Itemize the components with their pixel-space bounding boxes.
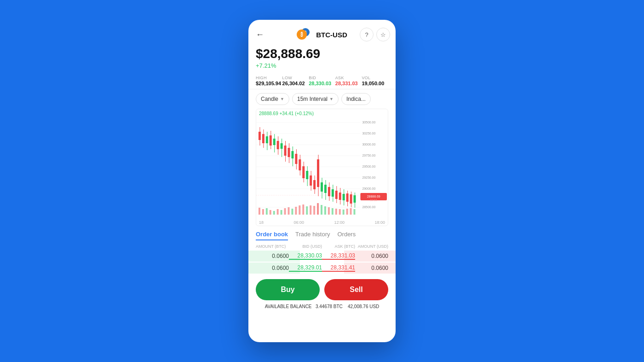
interval-chevron-icon: ▼ xyxy=(329,97,334,101)
svg-rect-98 xyxy=(343,210,345,215)
price-section: $28,888.69 +7.21% xyxy=(248,45,396,73)
svg-rect-82 xyxy=(284,208,286,215)
svg-rect-19 xyxy=(259,132,261,140)
interval-dropdown[interactable]: 15m Interval ▼ xyxy=(292,93,339,105)
buy-button[interactable]: Buy xyxy=(256,279,320,300)
svg-rect-21 xyxy=(262,134,264,143)
svg-rect-37 xyxy=(291,151,293,158)
svg-rect-63 xyxy=(339,193,341,200)
svg-rect-94 xyxy=(328,207,330,215)
svg-text:28888.69: 28888.69 xyxy=(367,195,380,198)
svg-rect-80 xyxy=(277,209,279,215)
indicators-dropdown[interactable]: Indica... xyxy=(341,93,371,105)
col-amount-usd: AMOUNT (USD) xyxy=(355,244,388,249)
svg-text:30000.00: 30000.00 xyxy=(362,143,375,146)
svg-text:29000.00: 29000.00 xyxy=(362,187,375,190)
svg-rect-101 xyxy=(354,209,356,215)
order-tabs: Order book Trade history Orders xyxy=(248,226,396,242)
svg-rect-61 xyxy=(335,191,338,199)
pair-name: BTC-USD xyxy=(316,31,347,39)
svg-rect-93 xyxy=(324,206,326,215)
svg-rect-78 xyxy=(270,210,271,215)
order-book-row: 0.0600 28,329.01 28,331.41 0.0600 xyxy=(248,263,396,274)
svg-rect-51 xyxy=(317,159,319,187)
svg-rect-35 xyxy=(288,148,290,157)
ask-bar xyxy=(344,251,396,262)
svg-rect-33 xyxy=(284,146,287,156)
svg-rect-100 xyxy=(350,208,352,215)
ask-bar xyxy=(344,263,396,274)
help-button[interactable]: ? xyxy=(360,28,374,41)
svg-rect-77 xyxy=(266,208,268,215)
svg-text:30500.00: 30500.00 xyxy=(362,121,375,124)
candlestick-chart: 30500.00 30250.00 30000.00 29750.00 2950… xyxy=(256,118,388,219)
svg-text:30250.00: 30250.00 xyxy=(362,132,375,135)
svg-text:28500.00: 28500.00 xyxy=(362,205,375,209)
svg-rect-76 xyxy=(262,209,264,215)
svg-rect-55 xyxy=(324,185,327,193)
balance-label: AVAILABLE BALANCE xyxy=(265,304,312,309)
svg-rect-91 xyxy=(317,203,319,215)
back-button[interactable]: ← xyxy=(256,30,264,40)
svg-rect-79 xyxy=(273,211,275,215)
svg-rect-88 xyxy=(306,206,308,215)
stat-high: HIGH $29,105.94 xyxy=(256,76,282,86)
svg-rect-71 xyxy=(354,195,356,203)
svg-rect-87 xyxy=(302,204,304,215)
pair-info: ₿ $ BTC-USD xyxy=(297,28,347,41)
svg-rect-39 xyxy=(295,154,297,164)
candle-chevron-icon: ▼ xyxy=(280,97,284,101)
svg-rect-75 xyxy=(259,208,260,215)
svg-rect-83 xyxy=(288,207,290,215)
phone-card: ← ₿ $ BTC-USD ? ☆ $28,888.69 +7.21% HIGH… xyxy=(248,20,396,342)
svg-rect-27 xyxy=(273,139,276,145)
sell-button[interactable]: Sell xyxy=(324,279,388,300)
tab-order-book[interactable]: Order book xyxy=(256,231,288,240)
svg-rect-90 xyxy=(313,206,315,215)
svg-rect-45 xyxy=(306,171,308,179)
col-ask: ASK (BTC) xyxy=(322,244,355,249)
tab-trade-history[interactable]: Trade history xyxy=(295,231,330,240)
svg-rect-47 xyxy=(310,175,312,186)
svg-rect-69 xyxy=(350,194,352,204)
svg-text:29500.00: 29500.00 xyxy=(362,165,375,168)
svg-rect-25 xyxy=(270,135,272,146)
favorite-button[interactable]: ☆ xyxy=(376,28,390,41)
svg-rect-65 xyxy=(343,194,345,200)
svg-rect-53 xyxy=(321,182,323,192)
svg-rect-86 xyxy=(299,205,300,215)
pair-icon: ₿ $ xyxy=(297,28,310,41)
svg-text:04:04: 04:04 xyxy=(370,199,378,202)
svg-text:29750.00: 29750.00 xyxy=(362,154,375,157)
svg-rect-89 xyxy=(310,205,311,215)
tab-orders[interactable]: Orders xyxy=(337,231,356,240)
svg-rect-29 xyxy=(277,141,279,149)
price-change: +7.21% xyxy=(256,62,388,69)
main-price: $28,888.69 xyxy=(256,47,388,61)
svg-rect-95 xyxy=(332,208,334,215)
stat-low: LOW 26,304.02 xyxy=(282,76,309,86)
stat-ask: ASK 28,331.03 xyxy=(335,76,362,86)
header: ← ₿ $ BTC-USD ? ☆ xyxy=(248,20,396,45)
col-bid: BID (USD) xyxy=(289,244,322,249)
bid-bar xyxy=(248,251,300,262)
svg-rect-41 xyxy=(299,159,301,170)
order-book-row: 0.0600 28,330.03 28,331.03 0.0600 xyxy=(248,251,396,262)
chart-area: 28888.69 +34.41 (+0.12%) 30500.00 30250.… xyxy=(256,109,388,226)
chart-controls: Candle ▼ 15m Interval ▼ Indica... xyxy=(248,89,396,109)
svg-rect-85 xyxy=(295,207,297,215)
btc-circle: ₿ xyxy=(297,29,307,40)
svg-rect-99 xyxy=(346,209,348,215)
buy-sell-row: Buy Sell xyxy=(248,274,396,303)
svg-rect-59 xyxy=(332,189,334,197)
candle-dropdown[interactable]: Candle ▼ xyxy=(256,93,289,105)
svg-rect-97 xyxy=(339,209,341,215)
bid-bar xyxy=(248,263,300,274)
svg-rect-96 xyxy=(335,209,337,215)
balance-row: AVAILABLE BALANCE 3.44678 BTC 42,008.76 … xyxy=(248,303,396,310)
svg-rect-84 xyxy=(291,209,293,215)
svg-rect-57 xyxy=(328,187,330,196)
svg-rect-92 xyxy=(321,205,322,215)
stats-row: HIGH $29,105.94 LOW 26,304.02 BID 28,330… xyxy=(248,73,396,89)
svg-rect-67 xyxy=(346,193,349,202)
